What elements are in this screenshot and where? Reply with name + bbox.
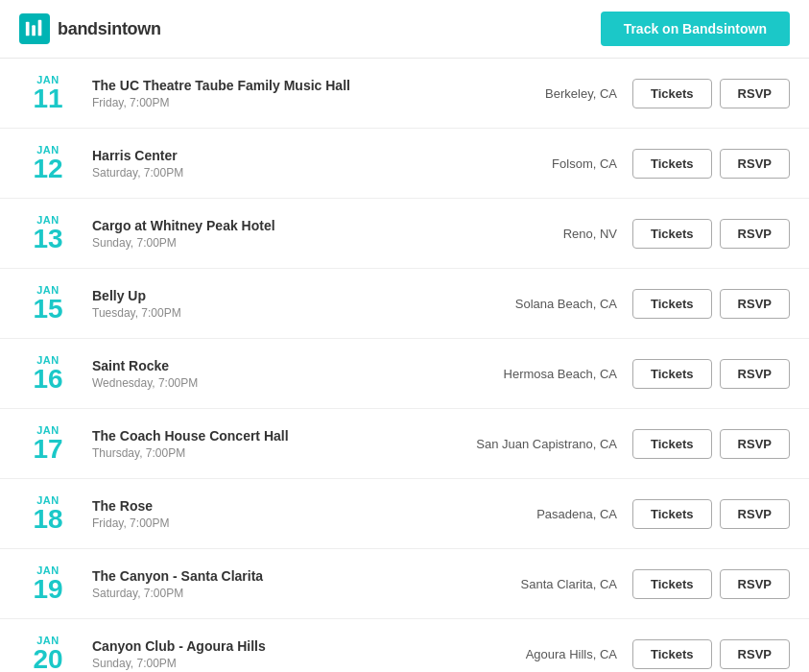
event-actions: Tickets RSVP — [632, 429, 790, 459]
event-name: Saint Rocke — [92, 358, 444, 373]
event-actions: Tickets RSVP — [632, 289, 790, 319]
event-date: JAN 12 — [19, 144, 77, 182]
event-date: JAN 19 — [19, 564, 77, 603]
event-row: JAN 17 The Coach House Concert Hall Thur… — [0, 409, 809, 479]
rsvp-button[interactable]: RSVP — [720, 569, 790, 599]
event-info: The Rose Friday, 7:00PM — [77, 498, 460, 530]
tickets-button[interactable]: Tickets — [632, 79, 712, 108]
event-time: Sunday, 7:00PM — [92, 657, 444, 670]
event-info: The Coach House Concert Hall Thursday, 7… — [77, 428, 460, 460]
event-day: 12 — [19, 156, 77, 182]
rsvp-button[interactable]: RSVP — [720, 429, 790, 459]
event-row: JAN 12 Harris Center Saturday, 7:00PM Fo… — [0, 129, 809, 199]
event-time: Sunday, 7:00PM — [92, 236, 444, 250]
event-name: Harris Center — [92, 148, 444, 163]
event-day: 16 — [19, 366, 77, 393]
event-row: JAN 20 Canyon Club - Agoura Hills Sunday… — [0, 619, 809, 672]
event-row: JAN 18 The Rose Friday, 7:00PM Pasadena,… — [0, 479, 809, 549]
event-info: Harris Center Saturday, 7:00PM — [77, 148, 460, 180]
event-location: Folsom, CA — [460, 156, 632, 171]
tickets-button[interactable]: Tickets — [632, 639, 712, 669]
event-row: JAN 16 Saint Rocke Wednesday, 7:00PM Her… — [0, 339, 809, 409]
event-info: Belly Up Tuesday, 7:00PM — [77, 288, 460, 320]
event-date: JAN 17 — [19, 424, 77, 463]
event-time: Saturday, 7:00PM — [92, 166, 444, 180]
events-list: JAN 11 The UC Theatre Taube Family Music… — [0, 59, 809, 672]
header: bandsintown Track on Bandsintown — [0, 0, 809, 59]
event-actions: Tickets RSVP — [632, 79, 790, 108]
logo: bandsintown — [19, 13, 161, 44]
rsvp-button[interactable]: RSVP — [720, 499, 790, 529]
event-date: JAN 11 — [19, 74, 77, 112]
event-date: JAN 15 — [19, 284, 77, 323]
event-date: JAN 18 — [19, 494, 77, 533]
tickets-button[interactable]: Tickets — [632, 289, 712, 319]
rsvp-button[interactable]: RSVP — [720, 149, 790, 179]
event-time: Friday, 7:00PM — [92, 96, 444, 109]
event-info: Saint Rocke Wednesday, 7:00PM — [77, 358, 460, 390]
event-date: JAN 16 — [19, 354, 77, 393]
event-row: JAN 11 The UC Theatre Taube Family Music… — [0, 59, 809, 129]
rsvp-button[interactable]: RSVP — [720, 289, 790, 319]
event-actions: Tickets RSVP — [632, 359, 790, 389]
event-day: 13 — [19, 226, 77, 252]
event-name: The Canyon - Santa Clarita — [92, 568, 444, 584]
tickets-button[interactable]: Tickets — [632, 569, 712, 599]
event-location: Santa Clarita, CA — [460, 577, 632, 591]
event-location: Hermosa Beach, CA — [460, 367, 632, 381]
event-actions: Tickets RSVP — [632, 639, 790, 669]
event-location: Solana Beach, CA — [460, 297, 632, 311]
rsvp-button[interactable]: RSVP — [720, 79, 790, 108]
event-location: Reno, NV — [460, 227, 632, 241]
event-info: Cargo at Whitney Peak Hotel Sunday, 7:00… — [77, 218, 460, 250]
event-time: Thursday, 7:00PM — [92, 446, 444, 460]
rsvp-button[interactable]: RSVP — [720, 639, 790, 669]
tickets-button[interactable]: Tickets — [632, 429, 712, 459]
event-name: The Rose — [92, 498, 444, 514]
event-time: Friday, 7:00PM — [92, 516, 444, 530]
logo-text: bandsintown — [58, 19, 161, 39]
event-location: Agoura Hills, CA — [460, 647, 632, 661]
event-actions: Tickets RSVP — [632, 499, 790, 529]
event-name: Canyon Club - Agoura Hills — [92, 638, 444, 654]
logo-icon — [19, 13, 50, 44]
svg-rect-2 — [38, 20, 42, 36]
event-info: Canyon Club - Agoura Hills Sunday, 7:00P… — [77, 638, 460, 670]
event-date: JAN 13 — [19, 214, 77, 252]
event-row: JAN 15 Belly Up Tuesday, 7:00PM Solana B… — [0, 269, 809, 339]
event-name: Belly Up — [92, 288, 444, 303]
event-info: The Canyon - Santa Clarita Saturday, 7:0… — [77, 568, 460, 600]
event-name: Cargo at Whitney Peak Hotel — [92, 218, 444, 233]
tickets-button[interactable]: Tickets — [632, 149, 712, 179]
event-name: The Coach House Concert Hall — [92, 428, 444, 444]
event-location: San Juan Capistrano, CA — [460, 437, 632, 451]
event-location: Pasadena, CA — [460, 507, 632, 521]
event-time: Wednesday, 7:00PM — [92, 376, 444, 390]
tickets-button[interactable]: Tickets — [632, 359, 712, 389]
event-day: 17 — [19, 436, 77, 463]
event-time: Saturday, 7:00PM — [92, 587, 444, 600]
event-day: 15 — [19, 296, 77, 323]
event-name: The UC Theatre Taube Family Music Hall — [92, 78, 444, 93]
event-actions: Tickets RSVP — [632, 569, 790, 599]
event-time: Tuesday, 7:00PM — [92, 306, 444, 320]
event-location: Berkeley, CA — [460, 86, 632, 101]
event-info: The UC Theatre Taube Family Music Hall F… — [77, 78, 460, 109]
svg-rect-0 — [26, 22, 30, 36]
event-date: JAN 20 — [19, 635, 77, 672]
rsvp-button[interactable]: RSVP — [720, 219, 790, 249]
event-actions: Tickets RSVP — [632, 149, 790, 179]
event-day: 11 — [19, 85, 77, 112]
svg-rect-1 — [32, 25, 36, 36]
tickets-button[interactable]: Tickets — [632, 219, 712, 249]
event-day: 19 — [19, 576, 77, 603]
rsvp-button[interactable]: RSVP — [720, 359, 790, 389]
event-row: JAN 13 Cargo at Whitney Peak Hotel Sunda… — [0, 199, 809, 269]
event-day: 20 — [19, 646, 77, 672]
event-day: 18 — [19, 506, 77, 533]
event-actions: Tickets RSVP — [632, 219, 790, 249]
track-button[interactable]: Track on Bandsintown — [601, 12, 790, 46]
event-row: JAN 19 The Canyon - Santa Clarita Saturd… — [0, 549, 809, 619]
tickets-button[interactable]: Tickets — [632, 499, 712, 529]
